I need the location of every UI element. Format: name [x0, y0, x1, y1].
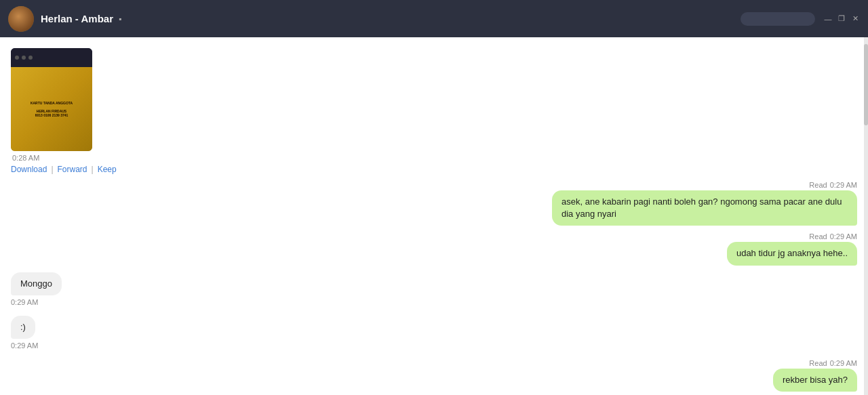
chat-status-icon: ▪: [119, 14, 121, 24]
list-item: :) 0:29 AM: [11, 316, 857, 352]
dot-1: [15, 56, 19, 60]
card-area: KARTU TANDA ANGGOTA HERLAN FIRDAUS 6013 …: [11, 67, 92, 151]
dot-2: [22, 56, 26, 60]
list-item: Read 0:29 AM asek, ane kabarin pagi nant…: [11, 181, 857, 226]
forward-button[interactable]: Forward: [58, 165, 87, 174]
scrollbar[interactable]: [864, 37, 868, 395]
msg-time: 0:29 AM: [830, 181, 857, 189]
text-bubble-right: udah tidur jg anaknya hehe..: [727, 242, 857, 265]
list-item: Monggo 0:29 AM: [11, 272, 857, 309]
close-button[interactable]: ✕: [850, 14, 860, 24]
read-status: Read: [809, 181, 827, 189]
msg-meta: Read 0:29 AM: [809, 232, 857, 241]
list-item: Read 0:29 AM rekber bisa yah?: [11, 359, 857, 392]
image-top-bar: [11, 48, 92, 67]
restore-button[interactable]: ❐: [837, 14, 846, 24]
text-bubble-left: :): [11, 316, 35, 339]
download-button[interactable]: Download: [11, 165, 47, 174]
image-thumbnail[interactable]: KARTU TANDA ANGGOTA HERLAN FIRDAUS 6013 …: [11, 48, 92, 151]
msg-time: 0:29 AM: [11, 341, 38, 350]
card-text: KARTU TANDA ANGGOTA HERLAN FIRDAUS 6013 …: [31, 101, 73, 117]
search-input[interactable]: [741, 12, 815, 26]
read-status: Read: [809, 232, 827, 241]
avatar: [8, 6, 34, 32]
chat-area: KARTU TANDA ANGGOTA HERLAN FIRDAUS 6013 …: [0, 37, 868, 395]
image-actions: Download | Forward | Keep: [11, 165, 117, 174]
text-bubble-right: asek, ane kabarin pagi nanti boleh gan? …: [552, 190, 857, 226]
window-controls: — ❐ ✕: [741, 12, 860, 26]
msg-time: 0:29 AM: [830, 359, 857, 367]
msg-meta: Read 0:29 AM: [809, 181, 857, 189]
text-bubble-right: rekber bisa yah?: [773, 369, 857, 392]
title-bar: Herlan - Ambar ▪ — ❐ ✕: [0, 0, 868, 37]
msg-meta: Read 0:29 AM: [809, 359, 857, 367]
chat-title: Herlan - Ambar: [41, 13, 113, 24]
text-bubble-left: Monggo: [11, 272, 62, 295]
msg-time: 0:29 AM: [830, 232, 857, 241]
image-timestamp: 0:28 AM: [12, 154, 39, 162]
msg-meta: 0:29 AM: [11, 339, 38, 351]
avatar-image: [8, 6, 34, 32]
separator-1: |: [51, 165, 53, 174]
list-item: Read 0:29 AM udah tidur jg anaknya hehe.…: [11, 232, 857, 265]
read-status: Read: [809, 359, 827, 367]
keep-button[interactable]: Keep: [98, 165, 117, 174]
msg-meta: 0:29 AM: [11, 295, 38, 308]
scrollbar-thumb[interactable]: [864, 44, 868, 125]
minimize-button[interactable]: —: [823, 14, 833, 24]
separator-2: |: [92, 165, 94, 174]
msg-time: 0:29 AM: [11, 298, 38, 306]
dot-3: [28, 56, 33, 60]
list-item: KARTU TANDA ANGGOTA HERLAN FIRDAUS 6013 …: [11, 48, 857, 174]
image-content: KARTU TANDA ANGGOTA HERLAN FIRDAUS 6013 …: [11, 48, 92, 151]
